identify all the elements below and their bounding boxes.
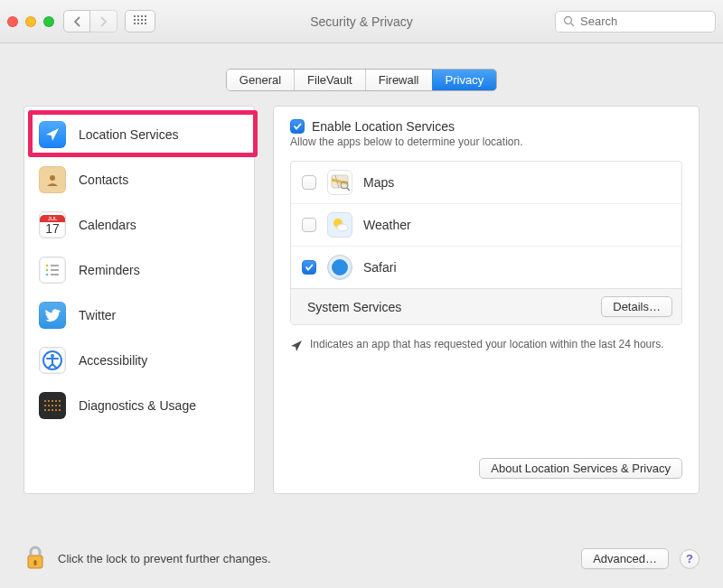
lock-icon[interactable] bbox=[23, 544, 47, 574]
search-input[interactable] bbox=[580, 14, 708, 28]
sidebar-item-contacts[interactable]: Contacts bbox=[24, 157, 254, 202]
sidebar-item-label: Contacts bbox=[79, 173, 128, 187]
sidebar-item-calendars[interactable]: JUL 17 Calendars bbox=[24, 202, 254, 247]
enable-location-checkbox[interactable] bbox=[290, 119, 305, 134]
contacts-icon bbox=[39, 166, 66, 193]
svg-point-14 bbox=[55, 400, 57, 402]
svg-point-5 bbox=[46, 274, 49, 276]
lock-text: Click the lock to prevent further change… bbox=[58, 552, 271, 565]
svg-line-28 bbox=[347, 188, 350, 191]
advanced-button[interactable]: Advanced… bbox=[581, 548, 669, 569]
svg-point-0 bbox=[565, 17, 572, 24]
svg-point-2 bbox=[50, 175, 55, 181]
sidebar-item-label: Diagnostics & Usage bbox=[79, 398, 196, 413]
grid-icon bbox=[134, 15, 146, 28]
svg-point-18 bbox=[52, 405, 53, 406]
search-icon bbox=[563, 15, 575, 27]
tab-firewall[interactable]: Firewall bbox=[365, 70, 432, 90]
about-location-services-button[interactable]: About Location Services & Privacy bbox=[479, 458, 682, 479]
sidebar-item-label: Reminders bbox=[79, 263, 140, 277]
show-all-button[interactable] bbox=[125, 10, 155, 33]
svg-point-24 bbox=[55, 409, 57, 411]
sidebar-item-twitter[interactable]: Twitter bbox=[24, 293, 254, 338]
bottom-bar: Click the lock to prevent further change… bbox=[0, 544, 723, 588]
tab-filevault[interactable]: FileVault bbox=[294, 70, 365, 90]
svg-point-19 bbox=[55, 405, 57, 406]
app-row-safari[interactable]: Safari bbox=[291, 246, 681, 288]
sidebar-item-label: Location Services bbox=[79, 127, 179, 142]
tab-bar: General FileVault Firewall Privacy bbox=[0, 43, 723, 91]
location-services-panel: Enable Location Services Allow the apps … bbox=[273, 106, 700, 494]
close-button[interactable] bbox=[7, 16, 18, 27]
location-indicator-note: Indicates an app that has requested your… bbox=[290, 338, 682, 352]
app-checkbox[interactable] bbox=[302, 218, 316, 232]
sidebar-item-accessibility[interactable]: Accessibility bbox=[24, 338, 254, 383]
sidebar-item-location-services[interactable]: Location Services bbox=[24, 112, 254, 157]
privacy-category-list: Location Services Contacts JUL 17 Calend… bbox=[23, 106, 255, 494]
tab-general[interactable]: General bbox=[227, 70, 294, 90]
location-arrow-icon bbox=[290, 340, 303, 352]
system-services-row: System Services Details… bbox=[291, 288, 681, 324]
sidebar-item-reminders[interactable]: Reminders bbox=[24, 247, 254, 293]
svg-point-11 bbox=[44, 400, 46, 402]
svg-point-22 bbox=[48, 409, 50, 411]
app-row-weather[interactable]: Weather bbox=[291, 203, 681, 246]
sidebar-item-diagnostics[interactable]: Diagnostics & Usage bbox=[24, 383, 254, 428]
svg-point-16 bbox=[44, 405, 46, 406]
minimize-button[interactable] bbox=[25, 16, 36, 27]
svg-point-30 bbox=[337, 224, 348, 231]
forward-button[interactable] bbox=[90, 10, 117, 33]
app-checkbox[interactable] bbox=[302, 260, 316, 275]
svg-point-3 bbox=[46, 265, 49, 267]
maps-icon bbox=[327, 170, 352, 195]
diagnostics-icon bbox=[39, 392, 66, 419]
indicator-text: Indicates an app that has requested your… bbox=[310, 338, 664, 350]
location-icon bbox=[39, 121, 66, 148]
app-name: Maps bbox=[363, 175, 394, 190]
weather-icon bbox=[327, 212, 352, 238]
sidebar-item-label: Twitter bbox=[79, 308, 116, 322]
svg-point-12 bbox=[48, 400, 50, 402]
chevron-right-icon bbox=[99, 16, 108, 27]
window-controls bbox=[7, 16, 54, 27]
svg-point-23 bbox=[52, 409, 53, 411]
chevron-left-icon bbox=[73, 16, 81, 27]
details-button[interactable]: Details… bbox=[601, 296, 672, 317]
svg-point-10 bbox=[51, 354, 54, 358]
svg-point-17 bbox=[48, 405, 50, 406]
app-name: Safari bbox=[363, 260, 397, 275]
zoom-button[interactable] bbox=[43, 16, 54, 27]
svg-point-20 bbox=[59, 405, 61, 406]
system-services-label: System Services bbox=[307, 300, 401, 314]
enable-location-subtitle: Allow the apps below to determine your l… bbox=[290, 135, 682, 148]
svg-point-25 bbox=[59, 409, 61, 411]
svg-line-1 bbox=[571, 23, 575, 27]
titlebar: Security & Privacy bbox=[0, 0, 723, 43]
reminders-icon bbox=[39, 257, 66, 284]
sidebar-item-label: Calendars bbox=[79, 218, 136, 232]
safari-icon bbox=[327, 255, 352, 280]
svg-point-4 bbox=[46, 269, 49, 272]
svg-point-21 bbox=[44, 409, 46, 411]
accessibility-icon bbox=[39, 347, 66, 374]
app-name: Weather bbox=[363, 218, 411, 232]
app-permission-list: Maps Weather Safari System Services bbox=[290, 161, 682, 325]
svg-point-15 bbox=[59, 400, 61, 402]
twitter-icon bbox=[39, 302, 66, 329]
enable-location-label: Enable Location Services bbox=[312, 119, 455, 134]
back-button[interactable] bbox=[63, 10, 90, 33]
app-row-maps[interactable]: Maps bbox=[291, 162, 681, 203]
help-button[interactable]: ? bbox=[680, 549, 700, 569]
svg-rect-34 bbox=[34, 560, 37, 565]
tab-privacy[interactable]: Privacy bbox=[432, 70, 497, 90]
calendar-icon: JUL 17 bbox=[39, 211, 66, 238]
svg-point-13 bbox=[52, 400, 53, 402]
app-checkbox[interactable] bbox=[302, 175, 316, 190]
search-field[interactable] bbox=[555, 11, 716, 33]
sidebar-item-label: Accessibility bbox=[79, 353, 147, 368]
